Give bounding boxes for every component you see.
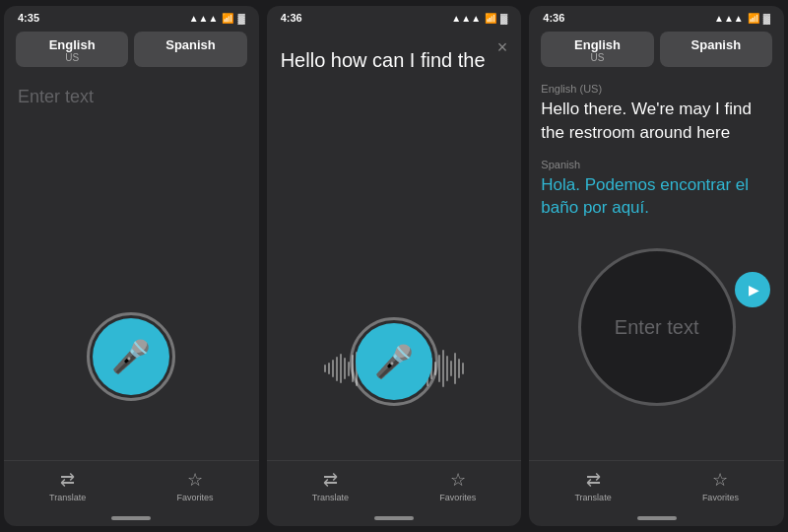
listening-text-2: Hello how can I find the — [281, 47, 508, 74]
language-tabs-3: English US Spanish — [529, 28, 784, 75]
waveform-bar — [450, 361, 452, 376]
home-indicator-1 — [111, 516, 151, 520]
battery-icon-3: ▓ — [763, 13, 770, 24]
signal-icon-3: ▲▲▲ — [714, 13, 744, 24]
translate-icon-2: ⇄ — [323, 469, 338, 491]
favorites-tab-3[interactable]: ☆ Favorites — [702, 469, 739, 502]
wifi-icon-2: 📶 — [485, 13, 496, 24]
time-3: 4:36 — [543, 12, 564, 24]
waveform-bar — [454, 353, 456, 384]
waveform-bar — [438, 355, 440, 382]
main-content-1: Enter text 🎤 — [4, 75, 259, 460]
language-tabs-1: English US Spanish — [4, 28, 259, 75]
home-indicator-2 — [374, 516, 414, 520]
favorites-tab-2[interactable]: ☆ Favorites — [439, 469, 476, 502]
bottom-bar-2: ⇄ Translate ☆ Favorites — [267, 460, 522, 512]
mic-area-2: 🎤 — [350, 317, 438, 406]
tab-english-3[interactable]: English US — [541, 32, 653, 67]
bottom-bar-1: ⇄ Translate ☆ Favorites — [4, 460, 259, 512]
status-bar-1: 4:35 ▲▲▲ 📶 ▓ — [4, 6, 259, 28]
microphone-icon-2: 🎤 — [374, 343, 414, 380]
status-bar-3: 4:36 ▲▲▲ 📶 ▓ — [529, 6, 784, 28]
signal-icon-2: ▲▲▲ — [451, 13, 481, 24]
main-content-2: × Hello how can I find the 🎤 — [267, 28, 522, 460]
status-icons-1: ▲▲▲ 📶 ▓ — [189, 13, 245, 24]
bottom-bar-3: ⇄ Translate ☆ Favorites — [529, 460, 784, 512]
play-icon-3: ▶ — [749, 282, 759, 298]
spanish-label-3: Spanish — [541, 159, 772, 170]
wifi-icon-3: 📶 — [748, 13, 759, 24]
translate-icon-1: ⇄ — [60, 469, 75, 491]
panel-1-idle: 4:35 ▲▲▲ 📶 ▓ English US Spanish Enter te… — [4, 6, 259, 526]
time-1: 4:35 — [18, 12, 39, 24]
enter-overlay-label-3: Enter text — [615, 316, 699, 339]
star-icon-1: ☆ — [187, 469, 203, 491]
time-2: 4:36 — [281, 12, 302, 24]
waveform-bar — [442, 350, 444, 387]
main-content-3: English (US) Hello there. We're may I fi… — [529, 75, 784, 460]
waveform-bar — [340, 354, 342, 383]
battery-icon: ▓ — [237, 13, 244, 24]
battery-icon-2: ▓ — [500, 13, 507, 24]
favorites-tab-1[interactable]: ☆ Favorites — [177, 469, 214, 502]
status-icons-3: ▲▲▲ 📶 ▓ — [714, 13, 770, 24]
close-button-2[interactable]: × — [497, 37, 508, 58]
status-bar-2: 4:36 ▲▲▲ 📶 ▓ — [267, 6, 522, 28]
tab-english-1[interactable]: English US — [16, 32, 128, 67]
mic-area-1: 🎤 — [87, 312, 175, 401]
waveform-bar — [324, 365, 326, 372]
translate-tab-1[interactable]: ⇄ Translate — [49, 469, 86, 502]
star-icon-2: ☆ — [450, 469, 466, 491]
waveform-bar — [328, 363, 330, 374]
spanish-translation-3: Hola. Podemos encontrar el baño por aquí… — [541, 173, 772, 221]
panel-2-recording: 4:36 ▲▲▲ 📶 ▓ × Hello how can I find the … — [267, 6, 522, 526]
english-label-3: English (US) — [541, 83, 772, 95]
play-button-3[interactable]: ▶ — [735, 272, 770, 307]
home-indicator-3 — [637, 516, 677, 520]
waveform-bar — [446, 356, 448, 381]
translate-tab-3[interactable]: ⇄ Translate — [574, 469, 611, 502]
waveform-bar — [458, 359, 460, 378]
mic-button-1[interactable]: 🎤 — [93, 318, 169, 395]
tab-spanish-3[interactable]: Spanish — [660, 32, 772, 67]
wifi-icon: 📶 — [222, 13, 233, 24]
star-icon-3: ☆ — [712, 469, 728, 491]
waveform-bar — [336, 357, 338, 381]
panel-3-result: 4:36 ▲▲▲ 📶 ▓ English US Spanish English … — [529, 6, 784, 526]
mic-ring-2: 🎤 — [350, 317, 438, 406]
tab-spanish-1[interactable]: Spanish — [134, 32, 246, 67]
microphone-icon-1: 🎤 — [111, 338, 151, 375]
english-translation-3: Hello there. We're may I find the restro… — [541, 98, 772, 145]
mic-button-2[interactable]: 🎤 — [356, 323, 432, 400]
status-icons-2: ▲▲▲ 📶 ▓ — [451, 13, 507, 24]
waveform-bar — [332, 360, 334, 377]
translate-icon-3: ⇄ — [586, 469, 601, 491]
placeholder-1: Enter text — [18, 87, 94, 106]
enter-text-overlay-3[interactable]: Enter text — [578, 248, 736, 406]
translate-tab-2[interactable]: ⇄ Translate — [312, 469, 349, 502]
mic-ring-1: 🎤 — [87, 312, 175, 401]
waveform-bar — [462, 363, 464, 374]
waveform-bar — [344, 358, 346, 379]
signal-icon: ▲▲▲ — [189, 13, 219, 24]
